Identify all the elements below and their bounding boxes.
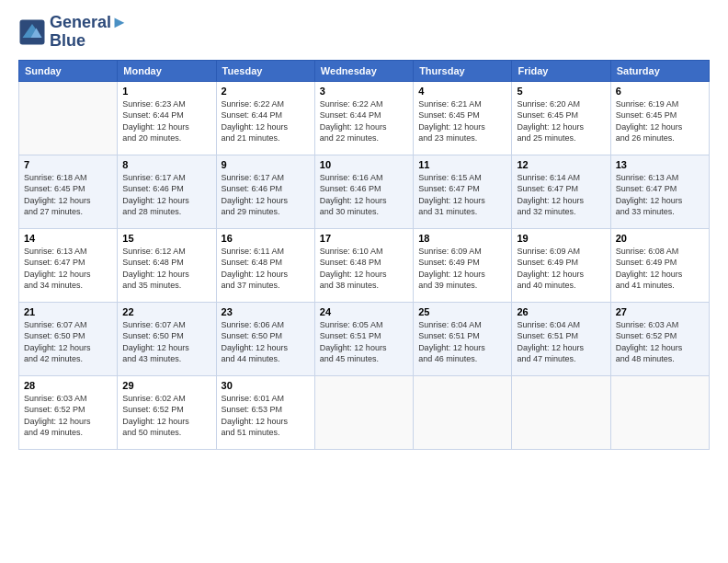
day-number: 29 — [122, 380, 210, 391]
cell-content: Sunrise: 6:22 AM Sunset: 6:44 PM Dayligh… — [320, 98, 408, 144]
calendar-cell: 30Sunrise: 6:01 AM Sunset: 6:53 PM Dayli… — [216, 375, 314, 449]
calendar-cell: 25Sunrise: 6:04 AM Sunset: 6:51 PM Dayli… — [414, 302, 512, 375]
day-number: 27 — [616, 306, 704, 317]
day-number: 28 — [24, 380, 112, 391]
calendar-cell: 29Sunrise: 6:02 AM Sunset: 6:52 PM Dayli… — [118, 375, 216, 449]
calendar-cell: 16Sunrise: 6:11 AM Sunset: 6:48 PM Dayli… — [216, 228, 314, 302]
cell-content: Sunrise: 6:04 AM Sunset: 6:51 PM Dayligh… — [418, 319, 506, 365]
day-number: 11 — [418, 159, 506, 170]
calendar-cell: 13Sunrise: 6:13 AM Sunset: 6:47 PM Dayli… — [610, 155, 709, 228]
week-row-4: 28Sunrise: 6:03 AM Sunset: 6:52 PM Dayli… — [19, 375, 710, 449]
logo-icon — [18, 18, 46, 46]
calendar-cell: 24Sunrise: 6:05 AM Sunset: 6:51 PM Dayli… — [314, 302, 413, 375]
header-cell-thursday: Thursday — [414, 60, 512, 81]
week-row-3: 21Sunrise: 6:07 AM Sunset: 6:50 PM Dayli… — [19, 302, 710, 375]
calendar-cell: 27Sunrise: 6:03 AM Sunset: 6:52 PM Dayli… — [610, 302, 709, 375]
day-number: 17 — [320, 233, 408, 244]
cell-content: Sunrise: 6:20 AM Sunset: 6:45 PM Dayligh… — [517, 98, 605, 144]
calendar-cell: 23Sunrise: 6:06 AM Sunset: 6:50 PM Dayli… — [216, 302, 314, 375]
cell-content: Sunrise: 6:16 AM Sunset: 6:46 PM Dayligh… — [320, 172, 408, 218]
cell-content: Sunrise: 6:15 AM Sunset: 6:47 PM Dayligh… — [418, 172, 506, 218]
cell-content: Sunrise: 6:21 AM Sunset: 6:45 PM Dayligh… — [418, 98, 506, 144]
day-number: 21 — [24, 306, 112, 317]
cell-content: Sunrise: 6:04 AM Sunset: 6:51 PM Dayligh… — [517, 319, 605, 365]
cell-content: Sunrise: 6:11 AM Sunset: 6:48 PM Dayligh… — [222, 246, 310, 292]
day-number: 2 — [222, 86, 310, 97]
header-cell-sunday: Sunday — [19, 60, 118, 81]
day-number: 12 — [517, 159, 605, 170]
cell-content: Sunrise: 6:10 AM Sunset: 6:48 PM Dayligh… — [320, 246, 408, 292]
day-number: 10 — [320, 159, 408, 170]
calendar-cell: 15Sunrise: 6:12 AM Sunset: 6:48 PM Dayli… — [118, 228, 216, 302]
day-number: 16 — [222, 233, 310, 244]
calendar-cell: 19Sunrise: 6:09 AM Sunset: 6:49 PM Dayli… — [512, 228, 610, 302]
day-number: 13 — [616, 159, 704, 170]
cell-content: Sunrise: 6:03 AM Sunset: 6:52 PM Dayligh… — [616, 319, 704, 365]
cell-content: Sunrise: 6:13 AM Sunset: 6:47 PM Dayligh… — [24, 246, 112, 292]
calendar-cell: 8Sunrise: 6:17 AM Sunset: 6:46 PM Daylig… — [118, 155, 216, 228]
cell-content: Sunrise: 6:06 AM Sunset: 6:50 PM Dayligh… — [222, 319, 310, 365]
calendar-cell: 1Sunrise: 6:23 AM Sunset: 6:44 PM Daylig… — [118, 81, 216, 155]
calendar-cell: 20Sunrise: 6:08 AM Sunset: 6:49 PM Dayli… — [610, 228, 709, 302]
day-number: 14 — [24, 233, 112, 244]
calendar-cell: 14Sunrise: 6:13 AM Sunset: 6:47 PM Dayli… — [19, 228, 118, 302]
calendar-table: SundayMondayTuesdayWednesdayThursdayFrid… — [18, 60, 710, 450]
cell-content: Sunrise: 6:23 AM Sunset: 6:44 PM Dayligh… — [122, 98, 210, 144]
cell-content: Sunrise: 6:14 AM Sunset: 6:47 PM Dayligh… — [517, 172, 605, 218]
calendar-cell: 6Sunrise: 6:19 AM Sunset: 6:45 PM Daylig… — [610, 81, 709, 155]
cell-content: Sunrise: 6:17 AM Sunset: 6:46 PM Dayligh… — [122, 172, 210, 218]
calendar-cell: 18Sunrise: 6:09 AM Sunset: 6:49 PM Dayli… — [414, 228, 512, 302]
cell-content: Sunrise: 6:01 AM Sunset: 6:53 PM Dayligh… — [222, 393, 310, 439]
cell-content: Sunrise: 6:12 AM Sunset: 6:48 PM Dayligh… — [122, 246, 210, 292]
calendar-cell: 5Sunrise: 6:20 AM Sunset: 6:45 PM Daylig… — [512, 81, 610, 155]
calendar-cell: 22Sunrise: 6:07 AM Sunset: 6:50 PM Dayli… — [118, 302, 216, 375]
day-number: 20 — [616, 233, 704, 244]
calendar-cell: 3Sunrise: 6:22 AM Sunset: 6:44 PM Daylig… — [314, 81, 413, 155]
header-cell-monday: Monday — [118, 60, 216, 81]
day-number: 18 — [418, 233, 506, 244]
calendar-cell — [610, 375, 709, 449]
day-number: 30 — [222, 380, 310, 391]
day-number: 23 — [222, 306, 310, 317]
cell-content: Sunrise: 6:19 AM Sunset: 6:45 PM Dayligh… — [616, 98, 704, 144]
calendar-cell — [19, 81, 118, 155]
cell-content: Sunrise: 6:13 AM Sunset: 6:47 PM Dayligh… — [616, 172, 704, 218]
day-number: 9 — [222, 159, 310, 170]
header-cell-tuesday: Tuesday — [216, 60, 314, 81]
day-number: 25 — [418, 306, 506, 317]
day-number: 7 — [24, 159, 112, 170]
calendar-cell — [512, 375, 610, 449]
cell-content: Sunrise: 6:02 AM Sunset: 6:52 PM Dayligh… — [122, 393, 210, 439]
calendar-cell: 2Sunrise: 6:22 AM Sunset: 6:44 PM Daylig… — [216, 81, 314, 155]
calendar-cell: 26Sunrise: 6:04 AM Sunset: 6:51 PM Dayli… — [512, 302, 610, 375]
week-row-2: 14Sunrise: 6:13 AM Sunset: 6:47 PM Dayli… — [19, 228, 710, 302]
calendar-cell — [314, 375, 413, 449]
calendar-cell: 11Sunrise: 6:15 AM Sunset: 6:47 PM Dayli… — [414, 155, 512, 228]
calendar-cell: 4Sunrise: 6:21 AM Sunset: 6:45 PM Daylig… — [414, 81, 512, 155]
week-row-0: 1Sunrise: 6:23 AM Sunset: 6:44 PM Daylig… — [19, 81, 710, 155]
calendar-cell: 10Sunrise: 6:16 AM Sunset: 6:46 PM Dayli… — [314, 155, 413, 228]
header-row: SundayMondayTuesdayWednesdayThursdayFrid… — [19, 60, 710, 81]
cell-content: Sunrise: 6:17 AM Sunset: 6:46 PM Dayligh… — [222, 172, 310, 218]
cell-content: Sunrise: 6:09 AM Sunset: 6:49 PM Dayligh… — [418, 246, 506, 292]
day-number: 19 — [517, 233, 605, 244]
header-cell-wednesday: Wednesday — [314, 60, 413, 81]
day-number: 22 — [122, 306, 210, 317]
cell-content: Sunrise: 6:07 AM Sunset: 6:50 PM Dayligh… — [122, 319, 210, 365]
calendar-cell: 9Sunrise: 6:17 AM Sunset: 6:46 PM Daylig… — [216, 155, 314, 228]
cell-content: Sunrise: 6:18 AM Sunset: 6:45 PM Dayligh… — [24, 172, 112, 218]
logo-text: General► Blue — [50, 14, 128, 51]
day-number: 15 — [122, 233, 210, 244]
day-number: 1 — [122, 86, 210, 97]
cell-content: Sunrise: 6:09 AM Sunset: 6:49 PM Dayligh… — [517, 246, 605, 292]
cell-content: Sunrise: 6:22 AM Sunset: 6:44 PM Dayligh… — [222, 98, 310, 144]
calendar-cell: 21Sunrise: 6:07 AM Sunset: 6:50 PM Dayli… — [19, 302, 118, 375]
header-cell-friday: Friday — [512, 60, 610, 81]
calendar-cell: 12Sunrise: 6:14 AM Sunset: 6:47 PM Dayli… — [512, 155, 610, 228]
week-row-1: 7Sunrise: 6:18 AM Sunset: 6:45 PM Daylig… — [19, 155, 710, 228]
calendar-cell: 17Sunrise: 6:10 AM Sunset: 6:48 PM Dayli… — [314, 228, 413, 302]
cell-content: Sunrise: 6:05 AM Sunset: 6:51 PM Dayligh… — [320, 319, 408, 365]
day-number: 26 — [517, 306, 605, 317]
day-number: 8 — [122, 159, 210, 170]
day-number: 3 — [320, 86, 408, 97]
